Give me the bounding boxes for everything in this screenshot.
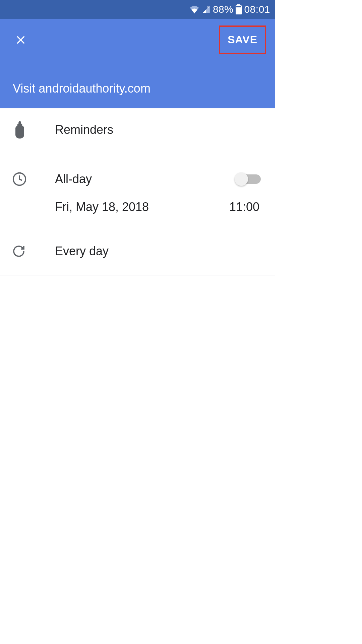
cell-signal-icon: ✕ <box>201 5 211 14</box>
toggle-thumb <box>235 172 248 186</box>
battery-percent: 88% <box>213 4 234 15</box>
allday-toggle[interactable] <box>237 174 261 184</box>
close-button[interactable] <box>12 31 29 51</box>
svg-rect-2 <box>237 4 240 6</box>
reminder-hand-icon <box>12 121 55 139</box>
header-top-row: SAVE <box>12 28 263 54</box>
repeat-icon <box>12 245 55 258</box>
reminder-title-input[interactable]: Visit androidauthority.com <box>12 82 263 96</box>
status-bar: ✕ 88% 08:01 <box>0 0 275 19</box>
date-value[interactable]: Fri, May 18, 2018 <box>55 200 229 214</box>
status-time: 08:01 <box>244 4 270 15</box>
battery-icon <box>235 4 242 14</box>
time-value[interactable]: 11:00 <box>229 200 259 214</box>
header: SAVE Visit androidauthority.com <box>0 19 275 108</box>
datetime-row: Fri, May 18, 2018 11:00 <box>0 193 275 231</box>
svg-rect-3 <box>236 6 241 8</box>
repeat-row[interactable]: Every day <box>0 231 275 275</box>
repeat-label: Every day <box>55 244 263 258</box>
reminders-row[interactable]: Reminders <box>0 108 275 158</box>
status-icons: ✕ 88% 08:01 <box>189 4 270 15</box>
svg-text:✕: ✕ <box>207 5 210 9</box>
allday-row: All-day <box>0 158 275 193</box>
allday-label: All-day <box>55 172 237 186</box>
save-button[interactable]: SAVE <box>219 25 266 54</box>
close-icon <box>14 33 27 47</box>
reminders-label: Reminders <box>55 123 263 137</box>
content: Reminders All-day Fri, May 18, 2018 11:0… <box>0 108 275 275</box>
wifi-icon <box>189 5 199 13</box>
clock-icon <box>12 172 55 186</box>
